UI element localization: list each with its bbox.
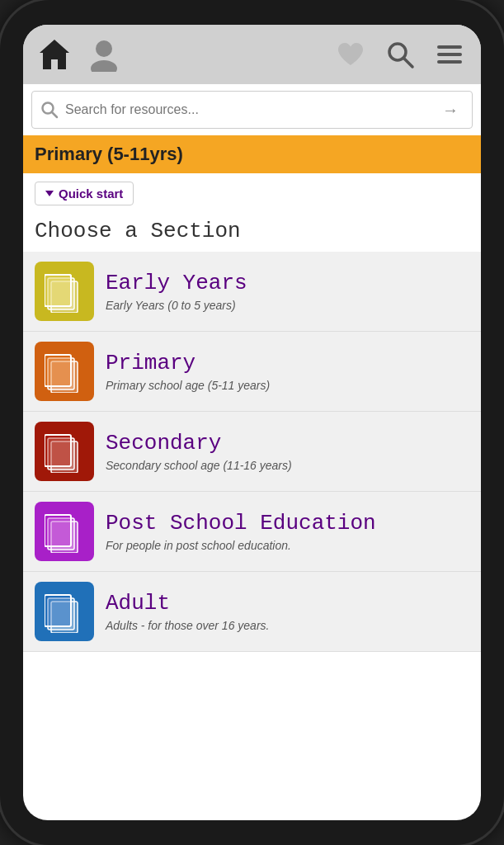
adult-title: Adult	[106, 591, 269, 616]
top-nav	[23, 25, 481, 84]
menu-button[interactable]	[428, 33, 471, 76]
profile-button[interactable]	[82, 33, 125, 76]
early-years-icon	[35, 262, 94, 321]
quick-start-label: Quick start	[59, 186, 123, 201]
svg-line-4	[403, 58, 412, 67]
svg-rect-19	[45, 515, 71, 546]
adult-text: Adult Adults - for those over 16 years.	[106, 591, 269, 632]
hamburger-icon	[437, 45, 462, 64]
section-item-secondary[interactable]: Secondary Secondary school age (11-16 ye…	[23, 412, 481, 492]
quick-start-row: Quick start	[23, 173, 481, 214]
search-button[interactable]	[379, 33, 422, 76]
svg-rect-22	[45, 595, 71, 626]
quick-start-button[interactable]: Quick start	[35, 182, 134, 205]
svg-point-2	[91, 60, 117, 72]
post-school-icon	[35, 502, 94, 561]
primary-title: Primary	[106, 351, 270, 375]
section-item-adult[interactable]: Adult Adults - for those over 16 years.	[23, 572, 481, 652]
secondary-title: Secondary	[106, 431, 292, 456]
post-school-title: Post School Education	[106, 511, 376, 536]
post-school-subtitle: For people in post school education.	[106, 539, 376, 552]
svg-rect-10	[45, 275, 71, 306]
primary-subtitle: Primary school age (5-11 years)	[106, 379, 270, 392]
adult-subtitle: Adults - for those over 16 years.	[106, 619, 269, 632]
phone-screen: → Primary (5-11yrs) Quick start Choose a…	[23, 25, 481, 820]
favorites-button[interactable]	[329, 33, 372, 76]
home-button[interactable]	[33, 33, 76, 76]
page-title: Primary (5-11yrs)	[35, 144, 183, 164]
early-years-subtitle: Early Years (0 to 5 years)	[106, 299, 247, 312]
section-heading: Choose a Section	[23, 214, 481, 252]
section-list: Early Years Early Years (0 to 5 years) P…	[23, 252, 481, 820]
secondary-subtitle: Secondary school age (11-16 years)	[106, 459, 292, 472]
phone-frame: → Primary (5-11yrs) Quick start Choose a…	[0, 0, 504, 845]
early-years-title: Early Years	[106, 271, 247, 295]
dropdown-arrow-icon	[45, 191, 54, 196]
section-item-early-years[interactable]: Early Years Early Years (0 to 5 years)	[23, 252, 481, 332]
secondary-text: Secondary Secondary school age (11-16 ye…	[106, 431, 292, 472]
svg-line-6	[52, 112, 57, 117]
secondary-icon	[35, 422, 94, 481]
svg-rect-16	[45, 435, 71, 466]
svg-point-1	[96, 40, 112, 57]
search-input[interactable]	[65, 102, 431, 117]
primary-icon	[35, 342, 94, 401]
primary-text: Primary Primary school age (5-11 years)	[106, 351, 270, 392]
adult-icon	[35, 582, 94, 641]
search-submit-button[interactable]: →	[437, 97, 464, 123]
early-years-text: Early Years Early Years (0 to 5 years)	[106, 271, 247, 312]
search-bar: →	[31, 91, 473, 129]
svg-rect-13	[45, 355, 71, 386]
search-icon	[40, 101, 59, 119]
section-item-post-school[interactable]: Post School Education For people in post…	[23, 492, 481, 572]
svg-marker-0	[40, 40, 69, 69]
section-item-primary[interactable]: Primary Primary school age (5-11 years)	[23, 332, 481, 412]
page-title-banner: Primary (5-11yrs)	[23, 135, 481, 173]
post-school-text: Post School Education For people in post…	[106, 511, 376, 552]
